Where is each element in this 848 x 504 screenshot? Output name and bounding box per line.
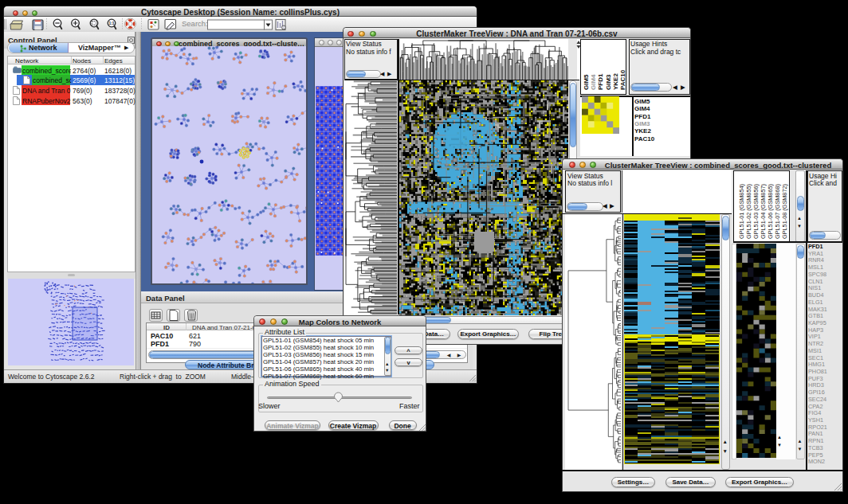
svg-text:Search:: Search: xyxy=(182,19,208,28)
svg-text:1:1: 1:1 xyxy=(108,21,114,25)
